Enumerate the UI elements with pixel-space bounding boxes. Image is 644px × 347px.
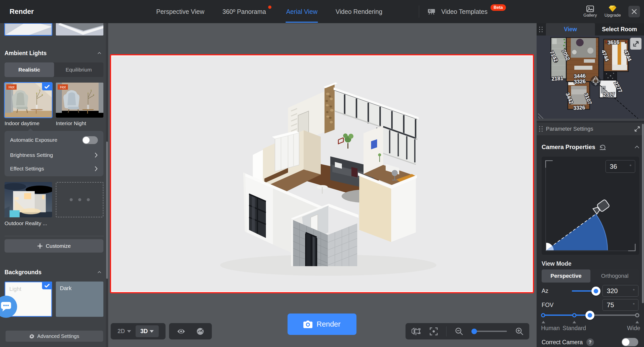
check-icon (44, 284, 50, 288)
light-mode-segment: Realistic Equilibrium (5, 62, 103, 77)
advanced-settings-button[interactable]: Advanced Settings (6, 331, 103, 342)
brightness-setting-row[interactable]: Brightness Setting (10, 150, 98, 160)
az-input[interactable] (603, 287, 632, 295)
collapse-ambient-icon[interactable] (97, 51, 102, 55)
expand-panel-icon[interactable] (634, 126, 640, 132)
tab-360-panorama[interactable]: 360º Panorama (213, 0, 277, 23)
chevron-right-icon (94, 166, 98, 171)
tab-video-templates[interactable]: Video Templates Beta (428, 0, 506, 23)
expand-icon (633, 41, 639, 47)
view-mode-label: View Mode (542, 260, 571, 267)
tab-360-panorama-label: 360º Panorama (222, 8, 266, 15)
fov-stop-label-standard: Standard (558, 325, 591, 332)
svg-text:3326: 3326 (574, 78, 586, 85)
close-icon (631, 9, 637, 15)
camera-icon (303, 321, 312, 328)
hot-badge: Hot (58, 84, 68, 90)
preset-label-outdoor-reality: Outdoor Reality ... (5, 220, 47, 226)
upgrade-button[interactable]: Upgrade (605, 5, 621, 18)
view-mode-perspective[interactable]: Perspective (542, 269, 590, 283)
floorplan-minimap[interactable]: 3616 7142 7052 4744 4744 2181 3446 3326 … (537, 36, 644, 121)
tab-view[interactable]: View (546, 23, 595, 36)
mode-3d-dropdown[interactable]: 3D (136, 325, 159, 337)
svg-text:3326: 3326 (573, 105, 585, 111)
mode-equilibrium[interactable]: Equilibrium (54, 62, 104, 77)
tab-video-rendering[interactable]: Video Rendering (327, 0, 391, 23)
ellipsis-icon (70, 198, 73, 201)
focus-center-icon[interactable] (430, 327, 438, 335)
sidebar-scrollbar[interactable] (106, 142, 108, 279)
gallery-button[interactable]: Gallery (583, 6, 597, 18)
divider (446, 326, 447, 336)
drag-handle[interactable] (539, 27, 543, 32)
svg-text:2377: 2377 (603, 91, 615, 98)
mode-3d-label: 3D (140, 328, 148, 335)
right-panel-scrollbar[interactable] (642, 124, 644, 303)
canvas-zoom-slider[interactable] (472, 331, 507, 332)
gallery-icon (586, 6, 594, 12)
customize-button[interactable]: Customize (5, 239, 103, 253)
pitch-input[interactable] (606, 162, 629, 171)
collapse-camera-icon[interactable] (634, 145, 639, 149)
fov-stop-standard[interactable] (572, 313, 577, 317)
automatic-exposure-label: Automatic Exposure (10, 137, 57, 143)
stop-marker-icon (542, 321, 545, 323)
aerial-3d-view[interactable] (112, 56, 532, 291)
stop-marker-icon (635, 321, 639, 323)
drag-handle[interactable] (539, 126, 543, 132)
tab-aerial-view[interactable]: Aerial View (277, 0, 327, 23)
camera-properties-title: Camera Properties (542, 144, 595, 151)
floorplan-image: 3616 7142 7052 4744 4744 2181 3446 3326 … (537, 36, 644, 121)
preset-indoor-daytime[interactable]: Hot (5, 83, 52, 118)
tab-select-room[interactable]: Select Room (595, 23, 644, 36)
mode-realistic[interactable]: Realistic (5, 62, 54, 77)
view-mode-orthogonal[interactable]: Orthogonal (590, 269, 639, 283)
zoom-in-icon[interactable] (515, 327, 524, 335)
az-slider-knob[interactable] (591, 287, 600, 296)
render-button[interactable]: Render (288, 314, 356, 335)
top-right-actions: Gallery Upgrade (583, 5, 640, 18)
speedometer-icon[interactable] (196, 328, 204, 335)
fov-label: FOV (542, 302, 553, 308)
preset-label-interior-night: Interior Night (56, 120, 86, 126)
render-button-label: Render (316, 320, 340, 328)
camera-frame-icon[interactable] (412, 328, 421, 335)
fov-slider[interactable] (542, 315, 638, 316)
camera-handle-icon[interactable] (593, 199, 610, 215)
preset-outdoor-reality[interactable] (5, 182, 52, 217)
zoom-slider-knob[interactable] (471, 329, 477, 334)
projector-icon (428, 8, 435, 15)
close-button[interactable] (628, 6, 640, 17)
mode-2d-dropdown[interactable]: 2D (117, 328, 131, 335)
effect-settings-row[interactable]: Effect Settings (10, 164, 98, 174)
view-mode-segment: Perspective Orthogonal (542, 269, 639, 283)
camera-pitch-widget[interactable]: ° (542, 157, 639, 255)
degree-unit: ° (633, 302, 635, 308)
fov-slider-knob[interactable] (585, 311, 594, 320)
background-dark-swatch[interactable]: Dark (56, 282, 103, 317)
zoom-out-icon[interactable] (455, 327, 463, 335)
correct-camera-toggle[interactable] (622, 338, 638, 346)
template-thumbnail-selected[interactable] (5, 23, 52, 36)
collapse-backgrounds-icon[interactable] (97, 270, 102, 274)
selected-check-badge (42, 282, 52, 289)
eye-icon[interactable] (177, 328, 185, 334)
minimap-expand-button[interactable] (630, 38, 641, 50)
more-presets-placeholder[interactable] (56, 182, 103, 217)
minimap-nav-control[interactable] (590, 76, 601, 86)
selected-check-badge (42, 83, 52, 90)
template-thumbnail[interactable] (56, 23, 103, 36)
fov-stop-label-wide: Wide (625, 325, 640, 332)
preset-interior-night[interactable]: Hot (56, 83, 103, 118)
beta-badge: Beta (491, 4, 506, 11)
tab-perspective-view[interactable]: Perspective View (147, 0, 213, 23)
fov-stop-wide[interactable] (635, 313, 639, 317)
fov-input[interactable] (603, 301, 632, 309)
help-icon[interactable]: ? (586, 338, 594, 346)
az-slider[interactable] (572, 290, 598, 292)
fov-stop-human[interactable] (541, 313, 545, 317)
notification-dot (268, 6, 271, 9)
reset-icon[interactable] (599, 144, 606, 150)
automatic-exposure-toggle[interactable] (82, 136, 98, 144)
fov-slider-fill (542, 315, 590, 316)
